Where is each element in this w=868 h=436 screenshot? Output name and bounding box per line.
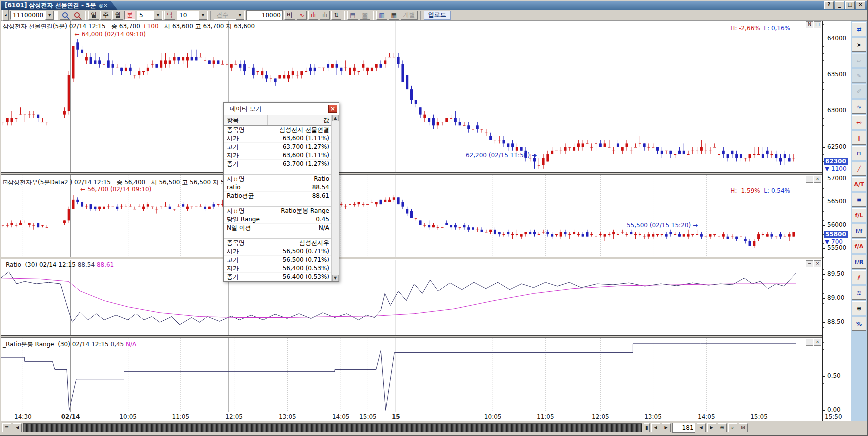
text-tool-icon[interactable]: A/T — [852, 178, 866, 192]
period-button-월[interactable]: 월 — [112, 11, 124, 20]
zoom-in-button[interactable]: ⊕ — [718, 424, 727, 432]
first-bar-button[interactable]: ◀ — [697, 424, 706, 432]
toolbar-divider — [85, 11, 86, 20]
scroll-down-icon[interactable]: ▼ — [332, 275, 339, 282]
panel-button-□[interactable]: □ — [814, 22, 822, 28]
percent-icon[interactable]: % — [852, 317, 866, 331]
vertical-line-icon[interactable]: ǀ — [852, 131, 866, 145]
time-axis[interactable]: 14:3002/1410:0511:0512:0513:0514:0515:05… — [1, 412, 822, 421]
panel-button-close[interactable]: × — [814, 260, 822, 268]
price-axis-column[interactable]: 6400063500630006250062300▼ 1100570005650… — [822, 21, 852, 421]
period-button-주[interactable]: 주 — [100, 11, 112, 20]
tick-button[interactable]: 틱 — [164, 11, 176, 20]
dialog-titlebar[interactable]: 데이타 보기 × — [224, 103, 339, 115]
axis-minor-tick — [823, 284, 824, 284]
panel-button-minimize[interactable]: − — [806, 176, 814, 183]
maximize-button[interactable]: □ — [846, 2, 855, 10]
dialog-close-button[interactable]: × — [328, 105, 338, 113]
diagonal-line-icon[interactable]: ╱ — [852, 162, 866, 176]
chart-minimap-scrollbar[interactable] — [24, 424, 642, 432]
formula-f-icon[interactable]: f/f — [852, 224, 866, 238]
close-grid-button[interactable]: ⊠ — [739, 424, 748, 432]
axis-minor-tick — [823, 193, 824, 194]
row-item-value: 삼성전자우 — [268, 239, 332, 248]
zoom-in-icon[interactable]: ⊕ — [852, 302, 866, 316]
step-line-icon[interactable]: ⊓ — [852, 146, 866, 160]
scroll-up-icon[interactable]: ▲ — [332, 115, 339, 122]
bar-count-input[interactable] — [246, 10, 283, 20]
grip-button[interactable]: ≣ — [2, 424, 12, 432]
search-button[interactable] — [60, 11, 70, 20]
chevron-down-icon[interactable]: ▼ — [154, 11, 162, 20]
axis-minor-tick — [823, 239, 824, 240]
panel-button-minimize[interactable]: − — [806, 339, 814, 346]
axis-minor-tick — [823, 82, 824, 83]
tick-count-combo[interactable]: 10 ▼ — [177, 11, 208, 20]
book-icon[interactable]: ▥ — [376, 11, 387, 20]
symbol-code-combo[interactable]: 11100000 ▼ — [10, 11, 58, 20]
document-icon[interactable]: ▤ — [348, 11, 358, 20]
period-button-분[interactable]: 분 — [124, 11, 136, 20]
window-title: [6101] 삼성전자 선물연결 - 5분 — [5, 2, 96, 10]
panel-splitter[interactable] — [1, 257, 822, 260]
panel-button-minimize[interactable]: − — [806, 260, 814, 268]
period-button-일[interactable]: 일 — [88, 11, 100, 20]
visible-bars-input[interactable] — [672, 423, 696, 433]
regression-icon[interactable]: f/R — [852, 255, 866, 269]
line-chart-icon[interactable]: ∿ — [852, 100, 866, 114]
tick-chart-icon[interactable]: ∿ — [297, 11, 307, 20]
fib-lines-icon[interactable]: ≣ — [852, 193, 866, 207]
cursor-icon[interactable]: ➤ — [852, 38, 866, 52]
chevron-down-icon[interactable]: ▼ — [199, 11, 208, 20]
tab-link-icon[interactable]: ◎ — [99, 3, 104, 8]
panel-splitter[interactable] — [1, 336, 822, 338]
page-forward-button[interactable]: ▶ — [662, 424, 671, 432]
panel-button-N[interactable]: N — [806, 22, 814, 28]
row-item-value: 63,600 (1.11%) — [268, 152, 332, 159]
close-button[interactable]: × — [856, 2, 866, 10]
data-row: 지표명_Ratio분봉 Range — [224, 207, 332, 216]
panel-button-close[interactable]: × — [814, 176, 822, 183]
grid-icon[interactable]: ▦ — [389, 11, 400, 20]
scroll-left-button[interactable]: ◀ — [13, 424, 22, 432]
search-remove-button[interactable] — [72, 11, 82, 20]
scroll-handle[interactable]: ▮ — [644, 424, 650, 432]
toolbar-scroll-left-button[interactable]: ◂ — [2, 10, 9, 21]
axis-minor-tick — [823, 220, 824, 221]
axis-label: 0,00 — [828, 406, 841, 414]
tab-close-icon[interactable]: ✕ — [104, 3, 108, 8]
bar-button[interactable]: 바 — [284, 11, 296, 20]
axis-minor-tick — [823, 363, 824, 364]
last-bar-button[interactable]: ▶ — [708, 424, 716, 432]
window-tab[interactable]: [6101] 삼성전자 선물연결 - 5분 ◎✕ — [1, 1, 118, 10]
time-label: 14:30 — [11, 414, 35, 420]
wave-icon[interactable]: ≋ — [852, 286, 866, 300]
gray-bar-chart-icon[interactable]: ılı — [320, 11, 330, 20]
sort-updown-icon[interactable]: ⇅ — [332, 11, 342, 20]
upload-button[interactable]: 업로드 — [424, 11, 451, 20]
dialog-scrollbar[interactable]: ▲ ▼ — [332, 115, 339, 282]
trendline-icon[interactable]: ⊷ — [852, 116, 866, 130]
panel-splitter[interactable] — [1, 172, 822, 175]
formula-l-icon[interactable]: f/L — [852, 208, 866, 222]
chevron-down-icon: ▼ — [236, 11, 244, 20]
time-label: 15:05 — [356, 414, 380, 420]
page-back-button[interactable]: ◀ — [652, 424, 660, 432]
panel-header-part: 삼성전자 선물연결(5분) 02/14 12:15 종 63,700 — [3, 23, 142, 30]
row-item-label: ratio — [224, 184, 268, 191]
data-row: ratio88.54 — [224, 184, 332, 192]
parallel-channel-icon[interactable]: ⫽ — [852, 270, 866, 284]
chevron-down-icon[interactable]: ▼ — [46, 11, 54, 20]
help-button[interactable]: ? — [824, 2, 834, 10]
low-percent: L: 0,16% — [760, 25, 790, 32]
refresh-icon[interactable]: ⇄ — [852, 22, 866, 36]
red-bar-chart-icon[interactable]: ılı — [308, 11, 318, 20]
high-percent: H: -2,66% — [730, 25, 760, 32]
panel-button-close[interactable]: × — [814, 339, 822, 346]
minimize-button[interactable]: _ — [835, 2, 844, 10]
axis-label: 64000 — [828, 35, 846, 42]
minute-combo[interactable]: 5 ▼ — [137, 11, 163, 20]
magnifier-button[interactable]: ⌕ — [728, 424, 738, 432]
fan-line-icon[interactable]: f/A — [852, 240, 866, 254]
row-item-value: 88.54 — [268, 184, 332, 191]
